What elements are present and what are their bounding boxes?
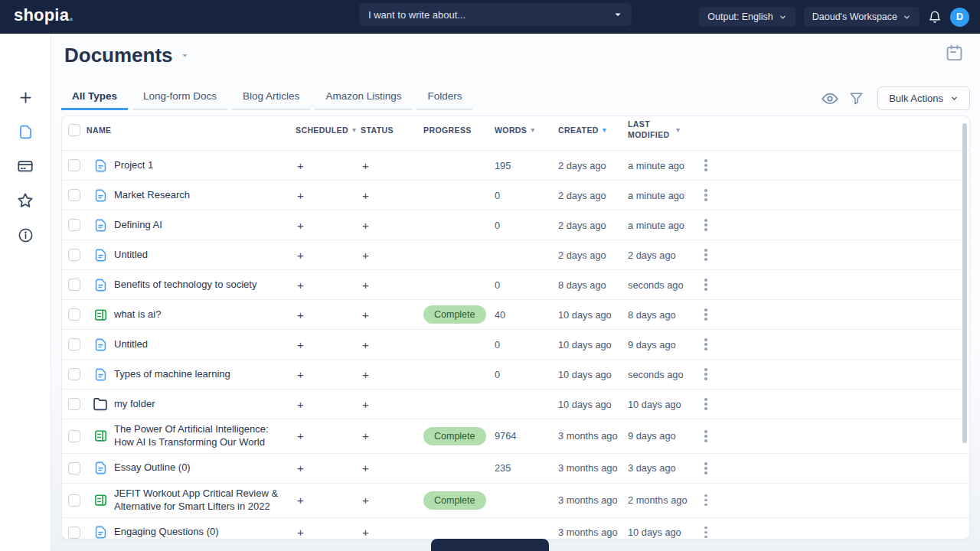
add-schedule-button[interactable]: + <box>296 249 304 262</box>
user-avatar[interactable]: D <box>950 8 969 27</box>
add-status-button[interactable]: + <box>361 526 369 539</box>
add-status-button[interactable]: + <box>361 249 369 262</box>
filter-funnel-icon[interactable] <box>849 91 864 106</box>
sidebar-item-help[interactable] <box>17 227 34 243</box>
tab-folders[interactable]: Folders <box>416 84 472 110</box>
table-scrollbar[interactable] <box>962 123 967 443</box>
add-status-button[interactable]: + <box>361 338 369 351</box>
sidebar-item-billing[interactable] <box>17 158 34 174</box>
add-status-button[interactable]: + <box>361 189 369 202</box>
add-schedule-button[interactable]: + <box>296 429 304 442</box>
row-menu-button[interactable] <box>698 304 714 325</box>
sidebar-item-favorites[interactable] <box>17 192 34 209</box>
add-schedule-button[interactable]: + <box>296 159 304 172</box>
table-row[interactable]: Untitled + + 2 days ago 2 days ago <box>62 240 969 270</box>
add-status-button[interactable]: + <box>361 398 369 411</box>
add-status-button[interactable]: + <box>361 308 369 321</box>
document-name[interactable]: Market Research <box>114 185 198 206</box>
add-schedule-button[interactable]: + <box>296 338 304 351</box>
row-checkbox[interactable] <box>68 159 80 171</box>
tab-amazon-listings[interactable]: Amazon Listings <box>315 84 412 110</box>
document-name[interactable]: JEFIT Workout App Critical Review & Alte… <box>114 484 296 517</box>
add-schedule-button[interactable]: + <box>296 308 304 321</box>
topic-search-dropdown[interactable]: I want to write about... <box>359 3 632 26</box>
row-checkbox[interactable] <box>68 368 80 380</box>
row-checkbox[interactable] <box>68 494 80 507</box>
table-row[interactable]: Market Research + + 0 2 days ago a minut… <box>62 181 969 210</box>
document-name[interactable]: Types of machine learning <box>114 364 238 385</box>
bottom-sheet-peek[interactable] <box>431 539 549 551</box>
row-checkbox[interactable] <box>68 189 80 201</box>
document-name[interactable]: Essay Outline (0) <box>114 458 198 478</box>
column-header-created[interactable]: CREATED▾ <box>558 126 628 135</box>
tab-blog-articles[interactable]: Blog Articles <box>232 84 310 110</box>
document-name[interactable]: Project 1 <box>114 155 161 176</box>
tab-all-types[interactable]: All Types <box>61 84 128 110</box>
sidebar-item-documents[interactable] <box>17 123 34 140</box>
row-checkbox[interactable] <box>68 462 80 474</box>
add-status-button[interactable]: + <box>361 494 369 507</box>
new-document-button[interactable] <box>17 89 34 106</box>
document-name[interactable]: Defining AI <box>114 215 170 236</box>
row-checkbox[interactable] <box>68 308 80 321</box>
table-row[interactable]: JEFIT Workout App Critical Review & Alte… <box>62 484 969 518</box>
add-status-button[interactable]: + <box>361 159 369 172</box>
document-name[interactable]: Engaging Questions (0) <box>114 522 227 540</box>
row-menu-button[interactable] <box>698 490 714 511</box>
add-schedule-button[interactable]: + <box>296 189 304 202</box>
add-schedule-button[interactable]: + <box>296 461 304 474</box>
add-schedule-button[interactable]: + <box>296 526 304 539</box>
add-status-button[interactable]: + <box>361 368 369 381</box>
table-row[interactable]: Defining AI + + 0 2 days ago a minute ag… <box>62 210 969 240</box>
row-menu-button[interactable] <box>698 184 714 206</box>
notifications-bell-icon[interactable] <box>928 10 942 24</box>
table-row[interactable]: my folder + + 10 days ago 10 days ago <box>62 390 969 419</box>
row-checkbox[interactable] <box>68 249 80 261</box>
add-schedule-button[interactable]: + <box>296 494 304 507</box>
row-menu-button[interactable] <box>698 522 714 540</box>
table-row[interactable]: Types of machine learning + + 0 10 days … <box>62 360 969 390</box>
table-row[interactable]: Project 1 + + 195 2 days ago a minute ag… <box>62 151 969 181</box>
column-header-words[interactable]: WORDS▾ <box>495 126 558 135</box>
output-language-dropdown[interactable]: Output: English <box>699 7 795 27</box>
add-status-button[interactable]: + <box>361 219 369 232</box>
table-row[interactable]: Essay Outline (0) + + 235 3 months ago 3… <box>62 454 969 484</box>
add-status-button[interactable]: + <box>361 279 369 292</box>
row-checkbox[interactable] <box>68 527 80 539</box>
add-status-button[interactable]: + <box>361 461 369 474</box>
logo[interactable]: shopia. <box>14 5 74 25</box>
workspace-dropdown[interactable]: Daoud's Workspace <box>804 7 920 27</box>
document-name[interactable]: what is ai? <box>114 305 168 325</box>
add-schedule-button[interactable]: + <box>296 368 304 381</box>
document-name[interactable]: my folder <box>114 394 162 415</box>
table-row[interactable]: Benefits of technology to society + + 0 … <box>62 270 969 300</box>
row-menu-button[interactable] <box>698 364 714 385</box>
add-schedule-button[interactable]: + <box>296 398 304 411</box>
row-checkbox[interactable] <box>68 430 80 442</box>
add-schedule-button[interactable]: + <box>296 219 304 232</box>
row-checkbox[interactable] <box>68 279 80 291</box>
page-title-dropdown[interactable]: Documents <box>64 44 189 67</box>
document-name[interactable]: The Power Of Artificial Intelligence: Ho… <box>114 419 296 453</box>
add-schedule-button[interactable]: + <box>296 279 304 292</box>
row-menu-button[interactable] <box>698 214 714 236</box>
calendar-icon[interactable] <box>945 44 964 63</box>
row-checkbox[interactable] <box>68 338 80 350</box>
row-checkbox[interactable] <box>68 219 80 231</box>
table-row[interactable]: Engaging Questions (0) + + 3 months ago … <box>62 518 969 540</box>
table-row[interactable]: The Power Of Artificial Intelligence: Ho… <box>62 419 969 454</box>
row-menu-button[interactable] <box>698 425 714 447</box>
row-checkbox[interactable] <box>68 398 80 410</box>
bulk-actions-button[interactable]: Bulk Actions <box>877 86 970 110</box>
table-row[interactable]: what is ai? + + Complete 40 10 days ago … <box>62 300 969 330</box>
row-menu-button[interactable] <box>698 274 714 295</box>
add-status-button[interactable]: + <box>361 429 369 442</box>
row-menu-button[interactable] <box>698 155 714 176</box>
tab-long-form-docs[interactable]: Long-form Docs <box>132 84 227 110</box>
document-name[interactable]: Untitled <box>114 334 155 355</box>
document-name[interactable]: Benefits of technology to society <box>114 275 264 295</box>
row-menu-button[interactable] <box>698 393 714 415</box>
row-menu-button[interactable] <box>698 334 714 355</box>
column-header-scheduled[interactable]: SCHEDULED▾ <box>296 126 361 135</box>
view-columns-eye-icon[interactable] <box>822 90 838 107</box>
